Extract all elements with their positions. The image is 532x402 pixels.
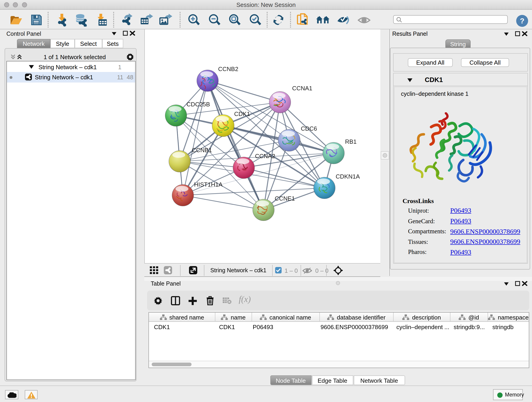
svg-text:HIST1H1A: HIST1H1A: [194, 181, 223, 188]
svg-text:CCNA1: CCNA1: [292, 85, 312, 92]
svg-text:CCNA2: CCNA2: [255, 153, 275, 160]
svg-text:CDK1: CDK1: [234, 110, 250, 117]
svg-text:RB1: RB1: [345, 138, 357, 145]
svg-text:CDC6: CDC6: [301, 125, 317, 132]
svg-text:?: ?: [520, 17, 525, 25]
svg-text:CCNB1: CCNB1: [192, 147, 212, 153]
svg-text:CCNE1: CCNE1: [275, 195, 295, 202]
svg-text:CDC25B: CDC25B: [186, 101, 210, 108]
svg-text:CCNB2: CCNB2: [218, 65, 238, 72]
svg-text:CDKN1A: CDKN1A: [336, 173, 360, 180]
